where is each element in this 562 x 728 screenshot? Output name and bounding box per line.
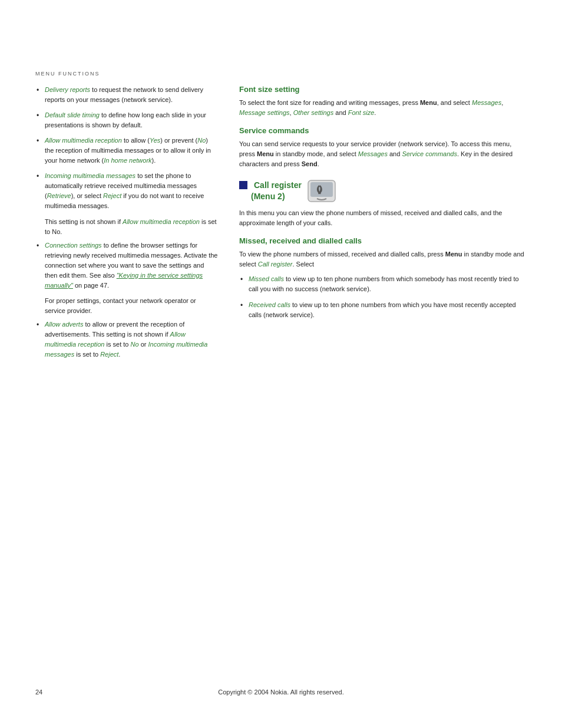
call-register-title-row: Call register: [239, 180, 302, 191]
service-commands-menu-bold: Menu: [257, 150, 274, 157]
delivery-reports-label: Delivery reports: [45, 86, 90, 93]
received-calls-label: Received calls: [249, 301, 290, 308]
call-register-menu2: (Menu 2): [251, 191, 302, 202]
list-item-default-slide-timing: Default slide timing to define how long …: [35, 110, 218, 130]
service-commands-section: Service commands You can send service re…: [239, 126, 527, 169]
missed-calls-label: Missed calls: [249, 275, 284, 282]
mrd-period: . Select: [292, 261, 314, 268]
call-register-header: Call register (Menu 2): [239, 180, 527, 202]
mrd-text1: To view the phone numbers of missed, rec…: [239, 251, 445, 258]
list-item-incoming-multimedia: Incoming multimedia messages to set the …: [35, 171, 218, 211]
bullet-list-connection: Connection settings to define the browse…: [35, 241, 218, 291]
missed-received-dialled-section: Missed, received and dialled calls To vi…: [239, 236, 527, 319]
service-commands-period: .: [318, 160, 319, 167]
sub-para-text1: This setting is not shown if: [45, 218, 123, 225]
font-size-menu-bold: Menu: [420, 99, 437, 106]
retrieve-label: Retrieve: [47, 192, 71, 199]
service-commands-and: and: [388, 150, 402, 157]
footer-copyright: Copyright © 2004 Nokia. All rights reser…: [0, 689, 562, 696]
right-column: Font size setting To select the font siz…: [239, 85, 527, 365]
allow-adverts-reject: Reject: [100, 351, 118, 358]
bullet-list-main: Delivery reports to request the network …: [35, 85, 218, 212]
service-commands-italic: Service commands: [402, 150, 457, 157]
list-item-allow-adverts: Allow adverts to allow or prevent the re…: [35, 319, 218, 360]
call-register-section: Call register (Menu 2): [239, 180, 527, 228]
font-size-italic: Font size: [348, 109, 375, 116]
font-size-title: Font size setting: [239, 85, 527, 94]
call-register-menu2-label: (Menu 2): [251, 192, 285, 201]
font-size-period: .: [374, 109, 376, 116]
allow-multimedia-text1: to allow (: [122, 137, 150, 144]
two-column-layout: Delivery reports to request the network …: [35, 85, 527, 365]
allow-adverts-text3: is set to: [74, 351, 100, 358]
yes-label: Yes: [150, 137, 160, 144]
connection-settings-page: on page 47.: [73, 282, 109, 289]
allow-multimedia-label: Allow multimedia reception: [45, 137, 122, 144]
list-item-missed-calls: Missed calls to view up to ten phone num…: [239, 274, 527, 294]
allow-adverts-or: or: [139, 341, 148, 348]
left-column: Delivery reports to request the network …: [35, 85, 218, 365]
blue-square-icon: [239, 181, 247, 189]
sub-para-italic: Allow multimedia reception: [123, 218, 200, 225]
in-home-network-label: In home network: [104, 157, 151, 164]
allow-multimedia-text4: ).: [152, 157, 156, 164]
service-commands-para: You can send service requests to your se…: [239, 139, 527, 169]
missed-received-dialled-intro: To view the phone numbers of missed, rec…: [239, 249, 527, 269]
sub-para-allow-reception: This setting is not shown if Allow multi…: [45, 217, 218, 237]
font-size-para: To select the font size for reading and …: [239, 98, 527, 118]
call-register-icon: [308, 180, 336, 202]
list-item-delivery-reports: Delivery reports to request the network …: [35, 85, 218, 105]
missed-received-dialled-title: Missed, received and dialled calls: [239, 236, 527, 245]
allow-multimedia-text2: ) or prevent (: [160, 137, 197, 144]
missed-calls-text: to view up to ten phone numbers from whi…: [249, 275, 519, 292]
mrd-call-register-italic: Call register: [258, 261, 293, 268]
call-register-title-block: Call register (Menu 2): [239, 180, 302, 202]
font-size-message-settings-italic: Message settings: [239, 109, 290, 116]
call-register-intro: In this menu you can view the phone numb…: [239, 208, 527, 228]
bullet-list-adverts: Allow adverts to allow or prevent the re…: [35, 319, 218, 360]
list-item-received-calls: Received calls to view up to ten phone n…: [239, 300, 527, 320]
font-size-and: and: [333, 109, 348, 116]
sub-para-contact: For proper settings, contact your networ…: [45, 296, 218, 316]
connection-settings-label: Connection settings: [45, 242, 102, 249]
mrd-bullet-list: Missed calls to view up to ten phone num…: [239, 274, 527, 319]
incoming-multimedia-label: Incoming multimedia messages: [45, 172, 135, 179]
allow-adverts-label: Allow adverts: [45, 321, 83, 328]
font-size-other-settings-italic: Other settings: [293, 109, 333, 116]
service-commands-text2: in standby mode, and select: [274, 150, 358, 157]
call-register-title: Call register: [254, 180, 302, 191]
service-commands-messages-italic: Messages: [358, 150, 388, 157]
mrd-menu-bold: Menu: [445, 251, 462, 258]
no-label: No: [197, 137, 206, 144]
default-slide-timing-label: Default slide timing: [45, 111, 100, 118]
list-item-connection-settings: Connection settings to define the browse…: [35, 241, 218, 291]
page: Menu functions Delivery reports to reque…: [0, 0, 562, 728]
allow-adverts-no: No: [131, 341, 139, 348]
section-label: Menu functions: [35, 71, 527, 77]
font-size-section: Font size setting To select the font siz…: [239, 85, 527, 118]
reject-label: Reject: [103, 192, 121, 199]
font-size-text2: , and select: [437, 99, 472, 106]
allow-adverts-final: .: [118, 351, 120, 358]
service-commands-title: Service commands: [239, 126, 527, 135]
list-item-allow-multimedia: Allow multimedia reception to allow (Yes…: [35, 136, 218, 166]
font-size-messages-italic: Messages: [472, 99, 501, 106]
font-size-comma1: ,: [501, 99, 503, 106]
font-size-text1: To select the font size for reading and …: [239, 99, 420, 106]
service-commands-send-bold: Send: [302, 160, 318, 167]
allow-adverts-text2: is set to: [105, 341, 131, 348]
incoming-multimedia-text2: ), or select: [71, 192, 103, 199]
